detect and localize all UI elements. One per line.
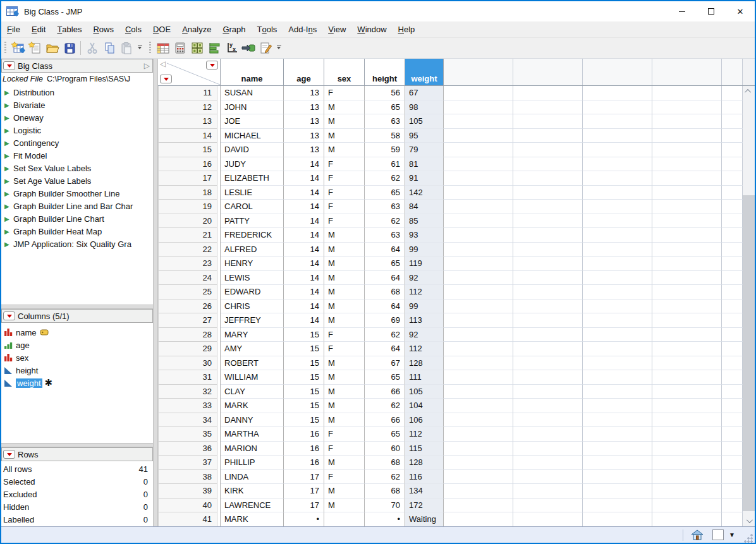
menu-window[interactable]: Window <box>351 21 392 37</box>
maximize-button[interactable] <box>697 1 726 21</box>
launch-analysis-button[interactable] <box>240 40 257 56</box>
row-number-cell[interactable]: 34 <box>158 413 221 428</box>
menu-edit[interactable]: Edit <box>26 21 51 37</box>
cell-name[interactable]: KIRK <box>221 484 284 499</box>
cell-weight[interactable]: 128 <box>405 356 444 371</box>
script-item[interactable]: ▶Contingency <box>1 136 153 149</box>
rows-stat-excluded[interactable]: Excluded0 <box>1 488 153 500</box>
cell-height[interactable]: 63 <box>365 228 405 243</box>
script-item[interactable]: ▶Distribution <box>1 86 153 99</box>
cell-weight[interactable]: 79 <box>405 143 444 157</box>
cell-name[interactable]: MARION <box>221 442 284 456</box>
menu-file[interactable]: File <box>1 21 26 37</box>
cell-weight[interactable]: 128 <box>405 456 444 470</box>
cell-name[interactable]: ROBERT <box>221 356 284 371</box>
cell-height[interactable]: 65 <box>365 427 405 442</box>
menu-view[interactable]: View <box>322 21 351 37</box>
cell-age[interactable]: 14 <box>284 257 324 271</box>
cell-age[interactable]: 16 <box>284 442 324 456</box>
cell-weight[interactable]: 81 <box>405 157 444 172</box>
cell-name[interactable]: LAWRENCE <box>221 499 284 513</box>
cell-name[interactable]: MARK <box>221 512 284 526</box>
cell-height[interactable]: 62 <box>365 328 405 342</box>
cell-weight[interactable]: 105 <box>405 114 444 129</box>
vertical-scrollbar[interactable] <box>743 86 755 526</box>
script-editor-button[interactable] <box>257 40 274 56</box>
row-number-cell[interactable]: 32 <box>158 385 221 399</box>
cell-name[interactable]: JOHN <box>221 100 284 115</box>
cell-age[interactable]: 16 <box>284 427 324 442</box>
row-number-cell[interactable]: 31 <box>158 370 221 385</box>
menu-help[interactable]: Help <box>393 21 421 37</box>
cell-weight[interactable]: 95 <box>405 129 444 143</box>
cell-weight[interactable]: 104 <box>405 399 444 413</box>
cell-name[interactable]: MARTHA <box>221 427 284 442</box>
cell-name[interactable]: MICHAEL <box>221 129 284 143</box>
script-item[interactable]: ▶Set Sex Value Labels <box>1 162 153 174</box>
cell-age[interactable]: 15 <box>284 356 324 371</box>
cell-height[interactable]: 62 <box>365 171 405 186</box>
cell-height[interactable]: 63 <box>365 200 405 214</box>
toolbar-grip[interactable] <box>149 42 151 54</box>
cell-sex[interactable]: F <box>324 442 365 456</box>
row-number-cell[interactable]: 30 <box>158 356 221 371</box>
menu-rows[interactable]: Rows <box>87 21 119 37</box>
menu-analyze[interactable]: Analyze <box>176 21 217 37</box>
rows-menu-button[interactable] <box>160 75 172 83</box>
cell-sex[interactable]: M <box>324 285 365 299</box>
cell-sex[interactable]: F <box>324 427 365 442</box>
column-header-name[interactable]: name <box>221 59 284 85</box>
cell-weight[interactable]: 112 <box>405 342 444 356</box>
cell-name[interactable]: JEFFREY <box>221 313 284 328</box>
menu-tools[interactable]: Tools <box>252 21 283 37</box>
cell-sex[interactable]: M <box>324 228 365 243</box>
row-number-cell[interactable]: 20 <box>158 214 221 229</box>
row-number-cell[interactable]: 22 <box>158 243 221 257</box>
cell-name[interactable]: AMY <box>221 342 284 356</box>
cell-sex[interactable]: F <box>324 342 365 356</box>
cell-name[interactable]: JOE <box>221 114 284 129</box>
cell-age[interactable]: 14 <box>284 299 324 314</box>
cell-height[interactable]: 58 <box>365 129 405 143</box>
row-number-cell[interactable]: 11 <box>158 86 221 100</box>
cell-name[interactable]: ELIZABETH <box>221 171 284 186</box>
cell-height[interactable]: 62 <box>365 399 405 413</box>
column-header-weight[interactable]: weight <box>405 59 444 85</box>
script-item[interactable]: ▶Graph Builder Heat Map <box>1 225 153 238</box>
rows-stat-selected[interactable]: Selected0 <box>1 475 153 488</box>
save-button[interactable] <box>61 40 78 56</box>
cell-height[interactable]: 68 <box>365 484 405 499</box>
script-item[interactable]: ▶Graph Builder Line and Bar Char <box>1 200 153 212</box>
cell-sex[interactable]: M <box>324 257 365 271</box>
row-number-cell[interactable]: 21 <box>158 228 221 243</box>
sidebar-splitter[interactable] <box>153 59 158 526</box>
cell-name[interactable]: PATTY <box>221 214 284 229</box>
row-number-cell[interactable]: 13 <box>158 114 221 129</box>
rows-stat-all-rows[interactable]: All rows41 <box>1 462 153 475</box>
data-table-button[interactable] <box>154 40 171 56</box>
cell-sex[interactable]: M <box>324 370 365 385</box>
cell-weight[interactable]: 172 <box>405 499 444 513</box>
menu-cols[interactable]: Cols <box>119 21 147 37</box>
cell-weight[interactable]: 99 <box>405 299 444 314</box>
cell-height[interactable]: 67 <box>365 356 405 371</box>
copy-button[interactable] <box>101 40 118 56</box>
script-item[interactable]: ▶Graph Builder Line Chart <box>1 212 153 225</box>
cell-age[interactable]: 16 <box>284 456 324 470</box>
row-number-cell[interactable]: 25 <box>158 285 221 299</box>
cell-weight[interactable]: 99 <box>405 243 444 257</box>
cell-name[interactable]: JUDY <box>221 157 284 172</box>
cell-height[interactable]: 64 <box>365 299 405 314</box>
cell-age[interactable]: 14 <box>284 243 324 257</box>
cell-name[interactable]: PHILLIP <box>221 456 284 470</box>
cell-sex[interactable]: F <box>324 186 365 200</box>
cell-age[interactable]: 13 <box>284 129 324 143</box>
column-item-sex[interactable]: sex <box>1 351 153 364</box>
cell-name[interactable]: CHRIS <box>221 299 284 314</box>
row-column-corner-header[interactable]: ◁ <box>158 59 221 85</box>
cell-weight[interactable]: 91 <box>405 171 444 186</box>
column-header-height[interactable]: height <box>365 59 405 85</box>
cell-height[interactable]: 65 <box>365 100 405 115</box>
cell-weight[interactable]: 112 <box>405 285 444 299</box>
cell-name[interactable]: LINDA <box>221 470 284 485</box>
